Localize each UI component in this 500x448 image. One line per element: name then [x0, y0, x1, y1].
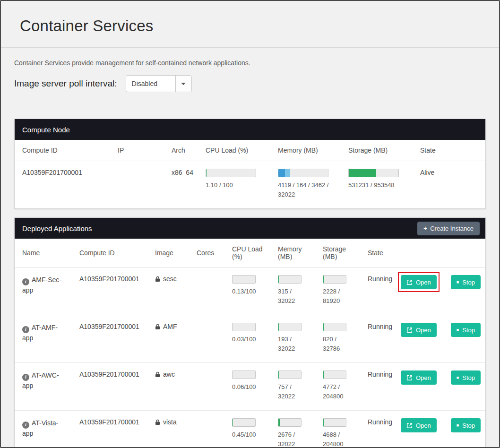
- cpu-load-label: 0.06/100: [232, 382, 261, 392]
- create-instance-label: Create Instance: [430, 225, 474, 232]
- app-name-cell: iAT-AMF-app: [15, 315, 72, 363]
- stop-button-label: Stop: [462, 279, 475, 286]
- cpu-load-label: 0.45/100: [232, 430, 261, 439]
- app-cpu-cell: 0.06/100: [224, 363, 270, 411]
- app-state: Running: [360, 315, 393, 363]
- stop-button-label: Stop: [462, 327, 475, 334]
- app-row: iAT-Vista-app A10359F201700001 vista 0.4…: [15, 411, 485, 448]
- state-value: Alive: [413, 161, 485, 209]
- cpu-load-label: 0.03/100: [232, 335, 261, 344]
- col-image: Image: [147, 239, 189, 267]
- col-cpu-load: CPU Load (%): [224, 239, 270, 267]
- info-icon[interactable]: i: [22, 326, 29, 333]
- storage-label: 4772 / 204800: [323, 382, 352, 401]
- compute-node-header-row: Compute ID IP Arch CPU Load (%) Memory (…: [15, 140, 485, 161]
- open-button[interactable]: Open: [401, 370, 437, 385]
- cpu-load-bar: [232, 370, 256, 379]
- col-state: State: [413, 140, 485, 161]
- stop-icon: ■: [457, 328, 459, 332]
- app-cpu-cell: 0.13/100: [224, 267, 270, 315]
- app-actions-cell: Open ■ Stop: [393, 315, 485, 363]
- memory-label: 4119 / 164 / 3462 / 32022: [278, 181, 337, 199]
- compute-node-panel-header: Compute Node: [15, 119, 485, 140]
- open-button-label: Open: [416, 279, 431, 286]
- lock-icon: [155, 276, 160, 282]
- app-cpu-cell: 0.45/100: [224, 411, 270, 448]
- col-memory: Memory (MB): [270, 140, 341, 161]
- open-in-new-icon: [406, 279, 413, 285]
- app-compute-id: A10359F201700001: [72, 267, 147, 315]
- memory-cell: 4119 / 164 / 3462 / 32022: [270, 161, 341, 209]
- deployed-header-row: Name Compute ID Image Cores CPU Load (%)…: [15, 239, 485, 267]
- storage-label: 531231 / 953548: [348, 181, 409, 190]
- storage-cell: 531231 / 953548: [341, 161, 413, 209]
- poll-interval-row: Image server poll interval: Disabled: [14, 75, 486, 92]
- compute-node-table: Compute ID IP Arch CPU Load (%) Memory (…: [15, 140, 485, 208]
- memory-bar: [278, 275, 302, 284]
- deployed-applications-panel: Deployed Applications + Create Instance …: [14, 217, 486, 448]
- cpu-load-bar: [232, 418, 256, 427]
- compute-node-panel: Compute Node Compute ID IP Arch CPU Load…: [14, 119, 486, 209]
- col-actions: [393, 239, 485, 267]
- memory-bar: [278, 370, 302, 379]
- storage-bar: [323, 370, 346, 379]
- page-title: Container Services: [20, 17, 480, 35]
- app-storage-cell: 4688 / 204800: [315, 411, 360, 448]
- app-compute-id: A10359F201700001: [72, 363, 147, 411]
- app-compute-id: A10359F201700001: [72, 411, 147, 448]
- app-row: iAT-AMF-app A10359F201700001 AMF 0.03/10…: [15, 315, 485, 363]
- arch-value: x86_64: [164, 161, 198, 209]
- app-storage-cell: 4772 / 204800: [315, 363, 360, 411]
- stop-button[interactable]: ■ Stop: [451, 418, 481, 432]
- lock-icon: [155, 371, 160, 378]
- open-button-label: Open: [416, 327, 431, 334]
- open-button[interactable]: Open: [401, 323, 437, 337]
- memory-bar: [278, 323, 302, 331]
- info-icon[interactable]: i: [22, 422, 29, 429]
- stop-button[interactable]: ■ Stop: [451, 275, 481, 289]
- create-instance-button[interactable]: + Create Instance: [417, 222, 480, 235]
- stop-button[interactable]: ■ Stop: [451, 370, 481, 385]
- compute-node-row: A10359F201700001 x86_64 1.10 / 100: [15, 161, 485, 209]
- storage-label: 820 / 32786: [323, 335, 352, 353]
- stop-icon: ■: [457, 280, 459, 284]
- col-cores: Cores: [189, 239, 224, 267]
- open-button[interactable]: Open: [401, 275, 437, 289]
- info-icon[interactable]: i: [22, 278, 29, 285]
- open-in-new-icon: [406, 422, 413, 429]
- cpu-load-bar: [232, 275, 256, 284]
- cpu-load-label: 0.13/100: [232, 287, 261, 296]
- poll-interval-label: Image server poll interval:: [14, 78, 117, 89]
- app-name-cell: iAT-AWC-app: [15, 363, 72, 411]
- app-image-cell: vista: [147, 411, 189, 448]
- open-button[interactable]: Open: [401, 418, 437, 432]
- app-image-cell: AMF: [147, 315, 189, 363]
- stop-button[interactable]: ■ Stop: [451, 323, 481, 337]
- memory-bar: [278, 169, 328, 177]
- col-cpu-load: CPU Load (%): [198, 140, 270, 161]
- col-ip: IP: [110, 140, 164, 161]
- lock-icon: [155, 419, 160, 425]
- app-cpu-cell: 0.03/100: [224, 315, 270, 363]
- app-actions-cell: Open ■ Stop: [393, 267, 485, 315]
- info-icon[interactable]: i: [22, 374, 29, 381]
- col-compute-id: Compute ID: [72, 239, 147, 267]
- app-compute-id: A10359F201700001: [72, 315, 147, 363]
- col-state: State: [360, 239, 393, 267]
- app-memory-cell: 2676 / 32022: [270, 411, 315, 448]
- memory-label: 2676 / 32022: [278, 430, 307, 448]
- page-description: Container Services provide management fo…: [14, 59, 486, 67]
- app-storage-cell: 820 / 32786: [315, 315, 360, 363]
- app-actions-cell: Open ■ Stop: [393, 411, 485, 448]
- storage-label: 4688 / 204800: [323, 430, 352, 448]
- app-memory-cell: 757 / 32022: [270, 363, 315, 411]
- storage-bar: [323, 275, 346, 284]
- cpu-load-label: 1.10 / 100: [206, 181, 267, 190]
- stop-button-label: Stop: [462, 374, 475, 381]
- cpu-load-cell: 1.10 / 100: [198, 161, 270, 209]
- col-name: Name: [15, 239, 72, 267]
- dropdown-toggle-button[interactable]: [175, 76, 191, 92]
- ip-value: [110, 161, 164, 209]
- poll-interval-dropdown[interactable]: Disabled: [126, 75, 192, 92]
- app-cores: [189, 267, 224, 315]
